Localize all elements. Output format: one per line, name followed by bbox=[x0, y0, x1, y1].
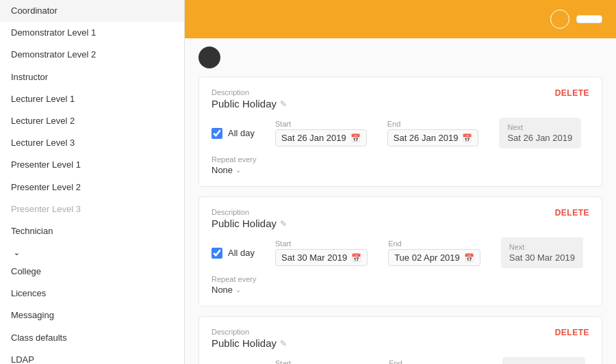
next-value: Sat 30 Mar 2019 bbox=[509, 252, 575, 263]
sidebar-item-coordinator[interactable]: Coordinator bbox=[0, 0, 184, 22]
next-value: Sat 26 Jan 2019 bbox=[507, 133, 573, 143]
sidebar-item-presenter-level-3[interactable]: Presenter Level 3 bbox=[0, 198, 184, 220]
end-field: End Tue 11 Jun 2019 📅 bbox=[389, 359, 482, 364]
delete-button[interactable]: DELETE bbox=[555, 328, 589, 337]
card-top: Description Public Holiday ✎ DELETE bbox=[211, 88, 589, 109]
sidebar-item-presenter-level-1[interactable]: Presenter Level 1 bbox=[0, 154, 184, 176]
repeat-value[interactable]: None ⌄ bbox=[211, 285, 589, 295]
save-button[interactable] bbox=[576, 15, 602, 23]
end-value: Tue 02 Apr 2019 📅 bbox=[388, 249, 480, 266]
allday-label: All day bbox=[228, 128, 255, 138]
sidebar-item-demonstrator-level-2[interactable]: Demonstrator Level 2 bbox=[0, 44, 184, 66]
start-value: Sat 26 Jan 2019 📅 bbox=[275, 129, 367, 146]
calendar-icon[interactable]: 📅 bbox=[351, 253, 361, 263]
page-header bbox=[185, 0, 616, 38]
next-field: Next Tue 11 Jun 2019 bbox=[502, 357, 585, 364]
card-main-row: All day Start Tue 11 Jun 2019 📅 End Tue … bbox=[211, 357, 589, 364]
repeat-wrap: Repeat every None ⌄ bbox=[211, 155, 589, 175]
repeat-label: Repeat every bbox=[211, 155, 589, 164]
start-field: Start Sat 30 Mar 2019 📅 bbox=[275, 239, 368, 266]
chevron-down-icon: ⌄ bbox=[14, 249, 19, 257]
end-label: End bbox=[389, 359, 482, 364]
sidebar-item-lecturer-level-1[interactable]: Lecturer Level 1 bbox=[0, 88, 184, 110]
calendar-icon[interactable]: 📅 bbox=[350, 133, 361, 143]
next-field: Next Sat 26 Jan 2019 bbox=[499, 118, 581, 148]
chevron-down-icon: ⌄ bbox=[235, 286, 241, 294]
next-field: Next Sat 30 Mar 2019 bbox=[501, 237, 583, 268]
start-label: Start bbox=[275, 120, 367, 128]
card-main-row: All day Start Sat 30 Mar 2019 📅 End Tue … bbox=[211, 237, 589, 268]
chevron-down-icon: ⌄ bbox=[235, 166, 241, 174]
holidays-list: Description Public Holiday ✎ DELETE All … bbox=[185, 77, 616, 364]
sidebar-item-technician[interactable]: Technician bbox=[0, 220, 184, 242]
edit-icon[interactable]: ✎ bbox=[280, 99, 287, 109]
allday-checkbox[interactable] bbox=[211, 128, 222, 139]
edit-icon[interactable]: ✎ bbox=[280, 339, 287, 348]
sidebar: CoordinatorDemonstrator Level 1Demonstra… bbox=[0, 0, 185, 364]
sidebar-item-messaging[interactable]: Messaging bbox=[0, 304, 184, 326]
edit-icon[interactable]: ✎ bbox=[280, 219, 287, 229]
end-date-text: Tue 02 Apr 2019 bbox=[394, 252, 460, 263]
repeat-wrap: Repeat every None ⌄ bbox=[211, 275, 589, 295]
allday-wrap: All day bbox=[211, 128, 255, 139]
sidebar-item-ldap[interactable]: LDAP bbox=[0, 349, 184, 364]
next-label: Next bbox=[507, 123, 573, 131]
description-label: Description bbox=[211, 88, 287, 96]
start-date-text: Sat 30 Mar 2019 bbox=[281, 252, 347, 263]
description-value: Public Holiday ✎ bbox=[211, 337, 287, 349]
description-label: Description bbox=[211, 328, 287, 336]
repeat-label: Repeat every bbox=[211, 275, 589, 283]
start-label: Start bbox=[275, 239, 368, 248]
sidebar-item-class-defaults[interactable]: Class defaults bbox=[0, 327, 184, 349]
repeat-value[interactable]: None ⌄ bbox=[211, 165, 589, 175]
allday-wrap: All day bbox=[211, 248, 255, 259]
holiday-card: Description Public Holiday ✎ DELETE All … bbox=[198, 316, 602, 364]
add-button-wrapper bbox=[185, 38, 616, 77]
card-top: Description Public Holiday ✎ DELETE bbox=[211, 328, 589, 349]
main-content: Description Public Holiday ✎ DELETE All … bbox=[185, 0, 616, 364]
card-top: Description Public Holiday ✎ DELETE bbox=[211, 208, 589, 229]
sidebar-item-lecturer-level-2[interactable]: Lecturer Level 2 bbox=[0, 110, 184, 132]
holiday-card: Description Public Holiday ✎ DELETE All … bbox=[198, 196, 602, 307]
calendar-icon[interactable]: 📅 bbox=[464, 253, 474, 263]
calendar-icon[interactable]: 📅 bbox=[462, 133, 472, 143]
sidebar-item-licences[interactable]: Licences bbox=[0, 283, 184, 304]
description-label: Description bbox=[211, 208, 287, 216]
add-holiday-button[interactable] bbox=[198, 47, 220, 68]
sidebar-item-demonstrator-level-1[interactable]: Demonstrator Level 1 bbox=[0, 22, 184, 44]
end-date-text: Sat 26 Jan 2019 bbox=[394, 133, 459, 143]
card-main-row: All day Start Sat 26 Jan 2019 📅 End Sat … bbox=[211, 118, 589, 148]
sidebar-item-college[interactable]: College bbox=[0, 261, 184, 283]
end-field: End Sat 26 Jan 2019 📅 bbox=[387, 120, 479, 146]
sidebar-item-instructor[interactable]: Instructor bbox=[0, 66, 184, 88]
start-date-text: Sat 26 Jan 2019 bbox=[281, 133, 346, 143]
end-value: Sat 26 Jan 2019 📅 bbox=[387, 129, 479, 146]
preferences-header[interactable]: ⌄ bbox=[0, 242, 184, 261]
help-button[interactable] bbox=[550, 10, 569, 29]
header-actions bbox=[550, 10, 602, 29]
delete-button[interactable]: DELETE bbox=[555, 208, 589, 218]
description-value: Public Holiday ✎ bbox=[211, 98, 287, 109]
sidebar-item-lecturer-level-3[interactable]: Lecturer Level 3 bbox=[0, 132, 184, 154]
allday-label: All day bbox=[228, 248, 255, 258]
delete-button[interactable]: DELETE bbox=[555, 88, 589, 98]
end-field: End Tue 02 Apr 2019 📅 bbox=[388, 239, 480, 266]
next-label: Next bbox=[509, 243, 575, 251]
end-label: End bbox=[388, 239, 480, 248]
end-label: End bbox=[387, 120, 479, 128]
start-value: Sat 30 Mar 2019 📅 bbox=[275, 249, 368, 266]
start-label: Start bbox=[275, 359, 368, 364]
sidebar-item-presenter-level-2[interactable]: Presenter Level 2 bbox=[0, 177, 184, 198]
start-field: Start Tue 11 Jun 2019 📅 bbox=[275, 359, 368, 364]
holiday-card: Description Public Holiday ✎ DELETE All … bbox=[198, 77, 602, 187]
start-field: Start Sat 26 Jan 2019 📅 bbox=[275, 120, 367, 146]
allday-checkbox[interactable] bbox=[211, 248, 222, 259]
description-value: Public Holiday ✎ bbox=[211, 218, 287, 229]
